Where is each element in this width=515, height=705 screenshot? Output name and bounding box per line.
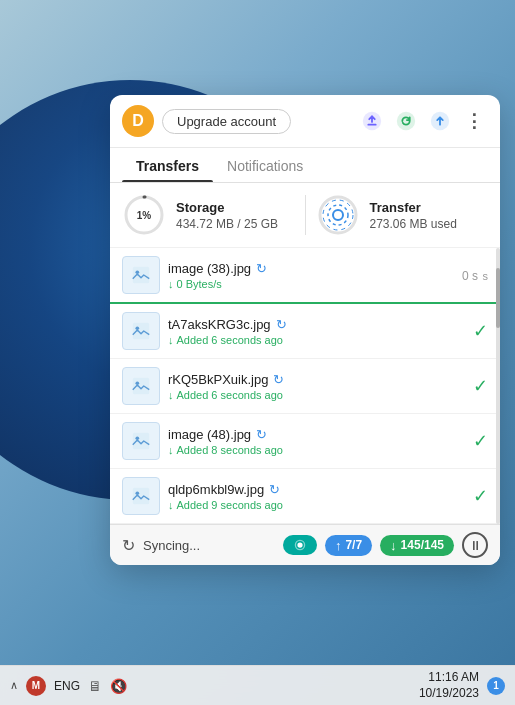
more-menu-icon[interactable]: ⋮: [460, 107, 488, 135]
check-action: ✓: [473, 485, 488, 507]
svg-rect-9: [133, 267, 150, 284]
file-info: image (48).jpg ↻ ↓ Added 8 seconds ago: [168, 427, 465, 456]
file-name: rKQ5BkPXuik.jpg: [168, 372, 268, 387]
file-status: ↓ Added 9 seconds ago: [168, 499, 465, 511]
file-status: ↓ Added 6 seconds ago: [168, 389, 465, 401]
file-info: tA7aksKRG3c.jpg ↻ ↓ Added 6 seconds ago: [168, 317, 465, 346]
svg-point-19: [297, 542, 302, 547]
antivirus-icon[interactable]: M: [26, 676, 46, 696]
svg-point-16: [136, 436, 140, 440]
system-tray-chevron[interactable]: ∧: [10, 679, 18, 692]
svg-point-10: [136, 270, 140, 274]
svg-rect-11: [133, 323, 150, 340]
taskbar-date-display: 10/19/2023: [419, 686, 479, 702]
main-panel: D Upgrade account: [110, 95, 500, 565]
transfer-title: Transfer: [370, 200, 457, 215]
file-thumbnail: [122, 256, 160, 294]
svg-point-18: [136, 491, 140, 495]
taskbar-clock: 11:16 AM 10/19/2023: [419, 670, 479, 701]
check-action: ✓: [473, 375, 488, 397]
transfer-value: 273.06 MB used: [370, 217, 457, 231]
svg-point-14: [136, 381, 140, 385]
upload-icon[interactable]: [426, 107, 454, 135]
transfer-item[interactable]: image (38).jpg ↻ ↓ 0 Bytes/s 0 s s: [110, 248, 500, 304]
file-name: tA7aksKRG3c.jpg: [168, 317, 271, 332]
taskbar-time-display: 11:16 AM: [419, 670, 479, 686]
file-status: ↓ 0 Bytes/s: [168, 278, 454, 290]
header-icons: ⋮: [358, 107, 488, 135]
file-name: image (38).jpg: [168, 261, 251, 276]
transfer-item[interactable]: tA7aksKRG3c.jpg ↻ ↓ Added 6 seconds ago …: [110, 304, 500, 359]
user-avatar[interactable]: D: [122, 105, 154, 137]
file-thumbnail: [122, 312, 160, 350]
file-status: ↓ Added 8 seconds ago: [168, 444, 465, 456]
download-count-badge[interactable]: ↓ 145/145: [380, 535, 454, 556]
language-label[interactable]: ENG: [54, 679, 80, 693]
panel-footer: ↻ Syncing... ↑ 7/7 ↓ 145/145 ⏸: [110, 524, 500, 565]
file-name: image (48).jpg: [168, 427, 251, 442]
transfer-circle: [316, 193, 360, 237]
svg-point-1: [397, 112, 415, 130]
svg-point-5: [320, 197, 356, 233]
storage-percent-label: 1%: [137, 210, 151, 221]
check-action: ✓: [473, 430, 488, 452]
svg-rect-13: [133, 378, 150, 395]
panel-header: D Upgrade account: [110, 95, 500, 148]
file-time: 0 s s: [462, 266, 488, 284]
file-name: qldp6mkbl9w.jpg: [168, 482, 264, 497]
transfer-item[interactable]: image (48).jpg ↻ ↓ Added 8 seconds ago ✓: [110, 414, 500, 469]
transfer-list: image (38).jpg ↻ ↓ 0 Bytes/s 0 s s tA7ak: [110, 248, 500, 524]
file-thumbnail: [122, 477, 160, 515]
file-status: ↓ Added 6 seconds ago: [168, 334, 465, 346]
tray-icons: M: [26, 676, 46, 696]
svg-point-7: [328, 205, 348, 225]
sync-icon: ↻: [276, 317, 287, 332]
file-info: rKQ5BkPXuik.jpg ↻ ↓ Added 6 seconds ago: [168, 372, 465, 401]
scrollbar-thumb[interactable]: [496, 268, 500, 328]
refresh-icon[interactable]: [392, 107, 420, 135]
file-thumbnail: [122, 367, 160, 405]
sync-icon: ↻: [269, 482, 280, 497]
upgrade-button[interactable]: Upgrade account: [162, 109, 291, 134]
svg-rect-17: [133, 488, 150, 505]
sync-status-label: Syncing...: [143, 538, 200, 553]
storage-circle: 1%: [122, 193, 166, 237]
svg-point-6: [333, 210, 343, 220]
svg-point-12: [136, 326, 140, 330]
upload-count-badge[interactable]: ↑ 7/7: [325, 535, 372, 556]
sync-icon: ↻: [273, 372, 284, 387]
sync-refresh-icon[interactable]: ↻: [122, 536, 135, 555]
taskbar: ∧ M ENG 🖥 🔇 11:16 AM 10/19/2023 1: [0, 665, 515, 705]
scrollbar-track: [496, 248, 500, 524]
tab-notifications[interactable]: Notifications: [213, 148, 317, 182]
sync-spin-icon: ↻: [256, 261, 267, 276]
cloud-upload-icon[interactable]: [358, 107, 386, 135]
sync-badge[interactable]: [283, 535, 317, 555]
pause-button[interactable]: ⏸: [462, 532, 488, 558]
notification-badge[interactable]: 1: [487, 677, 505, 695]
check-action: ✓: [473, 320, 488, 342]
svg-rect-15: [133, 433, 150, 450]
display-icon[interactable]: 🖥: [88, 678, 102, 694]
transfer-item[interactable]: qldp6mkbl9w.jpg ↻ ↓ Added 9 seconds ago …: [110, 469, 500, 524]
file-thumbnail: [122, 422, 160, 460]
file-info: qldp6mkbl9w.jpg ↻ ↓ Added 9 seconds ago: [168, 482, 465, 511]
sync-icon: ↻: [256, 427, 267, 442]
storage-value: 434.72 MB / 25 GB: [176, 217, 278, 231]
stats-row: 1% Storage 434.72 MB / 25 GB Transfer 27…: [110, 183, 500, 248]
tabs-bar: Transfers Notifications: [110, 148, 500, 183]
storage-title: Storage: [176, 200, 278, 215]
transfer-stat: Transfer 273.06 MB used: [316, 193, 489, 237]
transfer-item[interactable]: rKQ5BkPXuik.jpg ↻ ↓ Added 6 seconds ago …: [110, 359, 500, 414]
storage-stat: 1% Storage 434.72 MB / 25 GB: [122, 193, 295, 237]
tab-transfers[interactable]: Transfers: [122, 148, 213, 182]
volume-mute-icon[interactable]: 🔇: [110, 678, 127, 694]
file-info: image (38).jpg ↻ ↓ 0 Bytes/s: [168, 261, 454, 290]
